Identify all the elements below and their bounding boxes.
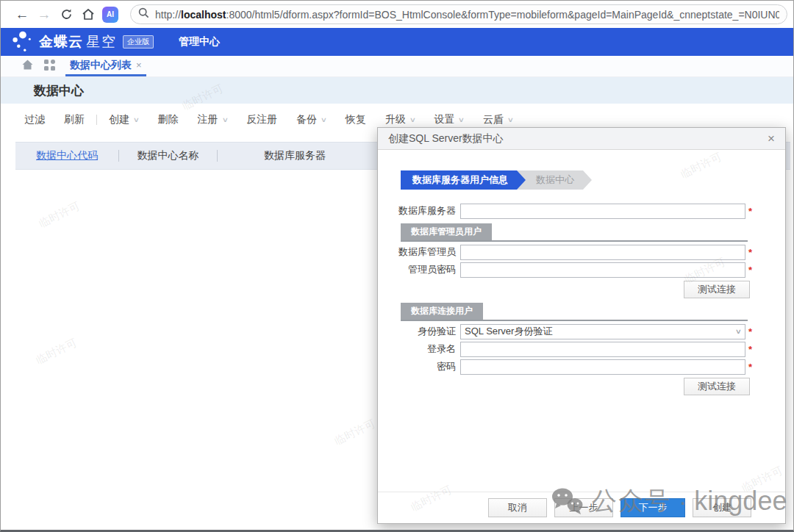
step-db-server-user-info[interactable]: 数据库服务器用户信息 xyxy=(401,170,526,190)
license-watermark: 临时许可 xyxy=(34,336,79,367)
app-header: 金蝶云 星空 企业版 管理中心 xyxy=(1,28,793,56)
tab-label: 数据中心列表 xyxy=(70,59,132,72)
ai-extension-icon[interactable]: AI xyxy=(102,7,118,23)
password-input[interactable] xyxy=(460,359,745,375)
form-row-authentication: 身份验证 SQL Server身份验证 ∨ * xyxy=(378,323,785,339)
kingdee-logo-icon xyxy=(11,30,33,54)
section-db-connect-user: 数据库连接用户 xyxy=(401,303,748,321)
auth-label: 身份验证 xyxy=(378,325,460,338)
required-mark: * xyxy=(748,206,752,217)
toolbar-button-restore[interactable]: 恢复 xyxy=(346,113,366,126)
form-row-admin-password: 管理员密码 * xyxy=(378,262,785,278)
edition-badge: 企业版 xyxy=(123,35,154,48)
toolbar-divider xyxy=(96,115,97,125)
browser-window: ← → AI http://localhost:8000/html5/dform… xyxy=(0,0,794,532)
toolbar-button-cloudshield[interactable]: 云盾∨ xyxy=(483,113,513,126)
reload-icon[interactable] xyxy=(55,8,77,21)
form-row-db-server: 数据库服务器 * xyxy=(378,203,785,219)
auth-select[interactable]: SQL Server身份验证 ∨ xyxy=(460,324,745,339)
toolbar-button-register[interactable]: 注册∨ xyxy=(198,113,228,126)
dialog-footer: 取消 上一步 下一步 创建 xyxy=(378,492,785,517)
toolbar-button-create[interactable]: 创建∨ xyxy=(109,113,139,126)
cancel-button[interactable]: 取消 xyxy=(488,498,547,517)
chevron-down-icon: ∨ xyxy=(458,116,465,123)
test-connection-button[interactable]: 测试连接 xyxy=(684,378,750,395)
toolbar-button-backup[interactable]: 备份∨ xyxy=(296,113,326,126)
admin-password-input[interactable] xyxy=(460,262,745,278)
dialog-title: 创建SQL Server数据中心 xyxy=(388,132,504,145)
required-mark: * xyxy=(748,344,752,355)
password-label: 密码 xyxy=(378,360,460,373)
forward-icon[interactable]: → xyxy=(33,7,55,23)
tab-datacenter-list[interactable]: 数据中心列表 × xyxy=(65,56,146,76)
address-bar[interactable]: http://localhost:8000/html5/dform.aspx?f… xyxy=(130,4,787,24)
toolbar-button-unregister[interactable]: 反注册 xyxy=(246,113,277,126)
chevron-down-icon: ∨ xyxy=(735,328,742,335)
close-icon[interactable]: × xyxy=(768,132,775,145)
brand-name-secondary: 星空 xyxy=(86,32,117,51)
column-header-datacenter-name[interactable]: 数据中心名称 xyxy=(119,149,217,162)
search-icon xyxy=(138,7,149,21)
required-mark: * xyxy=(748,326,752,337)
section-title: 数据库管理员用户 xyxy=(401,223,492,240)
required-mark: * xyxy=(748,265,752,276)
form-row-password: 密码 * xyxy=(378,359,785,375)
create-sqlserver-datacenter-dialog: 创建SQL Server数据中心 × 数据库服务器用户信息 数据中心 数据库服务… xyxy=(377,127,786,524)
next-step-button[interactable]: 下一步 xyxy=(620,498,685,517)
db-admin-input[interactable] xyxy=(460,245,745,260)
wizard-steps: 数据库服务器用户信息 数据中心 xyxy=(401,170,785,190)
page-title: 数据中心 xyxy=(34,82,84,99)
close-tab-icon[interactable]: × xyxy=(136,60,142,71)
chevron-down-icon: ∨ xyxy=(321,116,327,123)
create-button[interactable]: 创建 xyxy=(693,498,751,517)
toolbar-button-filter[interactable]: 过滤 xyxy=(24,113,45,126)
test-connection-row: 测试连接 xyxy=(378,281,785,298)
section-title: 数据库连接用户 xyxy=(401,303,483,320)
test-connection-button[interactable]: 测试连接 xyxy=(684,281,750,298)
header-menu-admin-center[interactable]: 管理中心 xyxy=(179,35,220,48)
toolbar-button-settings[interactable]: 设置∨ xyxy=(434,113,464,126)
section-db-admin-user: 数据库管理员用户 xyxy=(401,223,748,242)
license-watermark: 临时许可 xyxy=(332,417,378,448)
db-server-input[interactable] xyxy=(460,204,745,219)
auth-select-value: SQL Server身份验证 xyxy=(465,325,552,338)
chevron-down-icon: ∨ xyxy=(507,116,514,123)
tab-bar: 数据中心列表 × xyxy=(1,56,793,77)
login-name-label: 登录名 xyxy=(378,342,460,356)
column-header-db-server[interactable]: 数据库服务器 xyxy=(218,149,372,162)
test-connection-row: 测试连接 xyxy=(378,378,785,395)
chevron-down-icon: ∨ xyxy=(409,116,415,123)
license-watermark: 临时许可 xyxy=(37,199,82,231)
db-server-label: 数据库服务器 xyxy=(378,204,460,218)
form-row-db-admin: 数据库管理员 * xyxy=(378,244,785,260)
browser-toolbar: ← → AI http://localhost:8000/html5/dform… xyxy=(1,1,793,28)
chevron-down-icon: ∨ xyxy=(221,116,228,123)
toolbar-button-delete[interactable]: 删除 xyxy=(158,113,179,126)
required-mark: * xyxy=(748,247,752,258)
url-text: http://localhost:8000/html5/dform.aspx?f… xyxy=(155,9,779,21)
back-icon[interactable]: ← xyxy=(11,7,33,23)
apps-grid-icon[interactable] xyxy=(44,60,55,73)
dialog-titlebar: 创建SQL Server数据中心 × xyxy=(378,128,785,150)
previous-step-button[interactable]: 上一步 xyxy=(554,498,613,517)
admin-password-label: 管理员密码 xyxy=(378,263,460,276)
column-header-datacenter-code[interactable]: 数据中心代码 xyxy=(15,149,118,162)
home-icon[interactable] xyxy=(77,8,99,21)
step-datacenter[interactable]: 数据中心 xyxy=(515,170,592,190)
login-name-input[interactable] xyxy=(460,342,745,357)
home-tab-icon[interactable] xyxy=(21,59,34,73)
required-mark: * xyxy=(748,362,752,373)
page-title-strip: 数据中心 xyxy=(1,77,793,104)
toolbar-button-refresh[interactable]: 刷新 xyxy=(64,113,85,126)
chevron-down-icon: ∨ xyxy=(133,116,140,123)
db-admin-label: 数据库管理员 xyxy=(378,245,460,259)
toolbar-button-upgrade[interactable]: 升级∨ xyxy=(385,113,415,126)
brand-name: 金蝶云 xyxy=(39,32,83,51)
form-row-login-name: 登录名 * xyxy=(378,341,785,357)
